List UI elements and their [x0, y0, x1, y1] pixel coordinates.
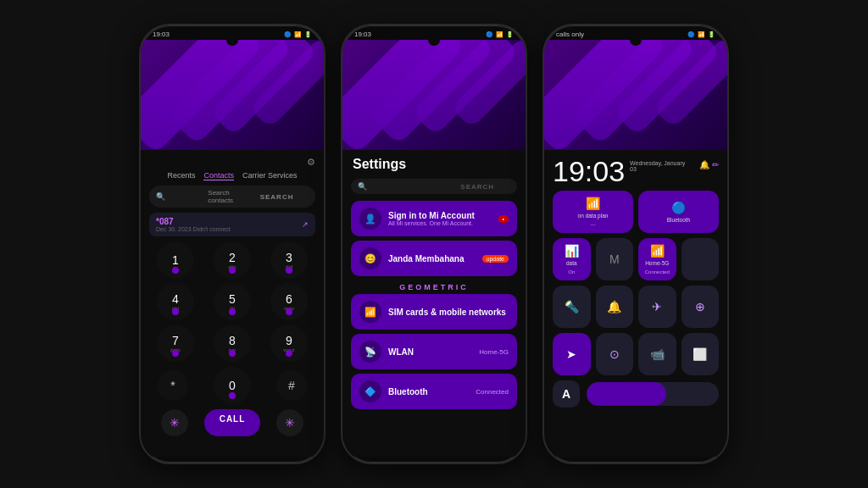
janda-badge: update: [482, 255, 509, 263]
mi-account-icon: 👤: [359, 208, 381, 230]
recent-call-item[interactable]: *087 Dec 30, 2023 Didn't connect ↗: [149, 213, 315, 236]
bt-label: Bluetooth: [667, 217, 690, 224]
wlan-text: WLAN: [388, 347, 414, 357]
sim-title: SIM cards & mobile networks: [388, 308, 506, 317]
phone-control-center: calls only 🔵📶🔋 19:03 Wednesday, January …: [542, 24, 729, 464]
gear-row: ⚙: [149, 157, 315, 168]
dial-2[interactable]: 2abc: [214, 241, 251, 279]
edit-icon[interactable]: ✏: [712, 160, 719, 169]
cc-tile-camera[interactable]: 📹: [638, 333, 676, 375]
cc-row1: 📶 on data plan — 🔵 Bluetooth: [553, 191, 719, 233]
settings-search-icon: 🔍: [358, 182, 408, 191]
tab-recents[interactable]: Recents: [167, 171, 195, 180]
dial-extras-row: ✳ CALL ✳: [149, 404, 315, 436]
status-time-1: 19:03: [153, 30, 170, 38]
cc-tile-focus[interactable]: ⊙: [596, 333, 634, 375]
contact-search-bar[interactable]: 🔍 Search contacts SEARCH: [149, 186, 315, 208]
settings-divider: GEOMETRIC: [351, 280, 517, 294]
tab-contacts[interactable]: Contacts: [203, 171, 234, 180]
tab-carrier[interactable]: Carrier Services: [242, 171, 298, 180]
phone-settings: 19:03 🔵📶🔋 Settings 🔍 SEARCH 👤 Sign in: [341, 24, 527, 464]
settings-title: Settings: [351, 157, 517, 172]
dial-3[interactable]: 3def: [270, 241, 308, 279]
gear-icon[interactable]: ⚙: [307, 157, 315, 168]
dial-8[interactable]: 8tuv: [214, 324, 251, 362]
cc-clock: 19:03: [553, 157, 625, 186]
control-center-body: 19:03 Wednesday, January 03 🔔 ✏ 📶 on dat…: [544, 150, 727, 457]
expand-icon: ⬜: [693, 347, 707, 361]
settings-bluetooth[interactable]: 🔷 Bluetooth Connected: [351, 374, 517, 409]
janda-text: Janda Membahana: [388, 254, 464, 263]
phone-dialer: 19:03 🔵📶🔋 ⚙ Recents Contacts Carrier Ser…: [139, 24, 326, 464]
settings-mi-account[interactable]: 👤 Sign in to Mi Account All Mi services.…: [351, 201, 517, 236]
dialer-body: ⚙ Recents Contacts Carrier Services 🔍 Se…: [141, 150, 324, 457]
cc-tile-data-plan[interactable]: 📶 on data plan —: [553, 191, 633, 233]
cc-date: 03: [630, 166, 685, 172]
dial-9[interactable]: 9wxyz: [270, 324, 308, 362]
settings-wlan[interactable]: 📡 WLAN Home-5G: [351, 334, 517, 369]
dialpad-grid: 1 2abc 3def 4ghi 5jkl 6mno 7pqrs 8tuv 9w…: [149, 241, 315, 362]
wlan-icon: 📡: [359, 341, 381, 363]
cc-bottom-row: A: [553, 380, 719, 408]
notch: [226, 34, 238, 46]
dial-7[interactable]: 7pqrs: [157, 324, 194, 362]
bluetooth-text: Bluetooth: [388, 387, 428, 396]
dial-1[interactable]: 1: [157, 241, 194, 279]
data-icon: 📊: [565, 244, 579, 258]
settings-janda[interactable]: 😊 Janda Membahana update: [351, 241, 517, 276]
notification-icon[interactable]: 🔔: [699, 160, 709, 169]
data-label: data: [566, 260, 577, 267]
dial-4[interactable]: 4ghi: [157, 283, 194, 320]
cc-tile-dnd[interactable]: ⊕: [682, 286, 720, 328]
cc-row4: ➤ ⊙ 📹 ⬜: [553, 333, 719, 375]
dial-6[interactable]: 6mno: [270, 283, 308, 320]
data-sub: On: [568, 269, 575, 274]
focus-icon: ⊙: [609, 347, 620, 361]
font-label: A: [562, 387, 570, 401]
settings-sim[interactable]: 📶 SIM cards & mobile networks: [351, 294, 517, 330]
slider-fill: [587, 382, 666, 406]
cc-brightness-slider[interactable]: [587, 382, 719, 406]
cc-tile-location[interactable]: ➤: [553, 333, 591, 375]
flashlight-icon: 🔦: [565, 300, 579, 313]
bluetooth-value: Connected: [476, 388, 509, 396]
cc-tile-expand[interactable]: ⬜: [682, 333, 720, 375]
extras-btn-left[interactable]: ✳: [161, 409, 188, 436]
status-icons-3: 🔵📶🔋: [687, 31, 715, 38]
sim-text: SIM cards & mobile networks: [388, 308, 506, 317]
wlan-value: Home-5G: [479, 348, 509, 356]
call-icon: ↗: [302, 220, 309, 229]
mi-account-sub: All Mi services. One Mi Account.: [388, 220, 475, 226]
settings-search-label: SEARCH: [460, 183, 510, 191]
wlan-title: WLAN: [388, 347, 414, 357]
cc-font-btn[interactable]: A: [553, 380, 580, 408]
cc-tile-m[interactable]: M: [596, 238, 634, 280]
bluetooth-icon: 🔷: [359, 380, 381, 402]
cc-tile-bell[interactable]: 🔔: [596, 286, 634, 328]
hero-bg-2: [342, 40, 526, 150]
notch-3: [630, 34, 642, 46]
dial-bottom-row: * 0 #: [149, 367, 315, 404]
cc-tile-bluetooth[interactable]: 🔵 Bluetooth: [638, 191, 719, 233]
notch-2: [428, 34, 440, 46]
bluetooth-title: Bluetooth: [388, 387, 428, 396]
cc-tile-empty1: [682, 238, 720, 280]
cc-tile-data[interactable]: 📊 data On: [553, 238, 591, 280]
mi-account-title: Sign in to Mi Account: [388, 211, 475, 220]
dial-5[interactable]: 5jkl: [214, 283, 251, 320]
cc-day: Wednesday, January: [630, 160, 685, 166]
dial-0[interactable]: 0: [214, 367, 251, 404]
dial-star[interactable]: *: [158, 370, 188, 401]
scene: 19:03 🔵📶🔋 ⚙ Recents Contacts Carrier Ser…: [0, 0, 868, 488]
airplane-icon: ✈: [652, 300, 662, 313]
status-icons-2: 🔵📶🔋: [486, 31, 514, 38]
cc-tile-wifi[interactable]: 📶 Home-5G Connected: [638, 238, 676, 280]
cc-date-info: Wednesday, January 03: [630, 157, 685, 172]
dial-hash[interactable]: #: [276, 370, 307, 401]
cc-tile-airplane[interactable]: ✈: [638, 286, 676, 328]
cc-tile-flashlight[interactable]: 🔦: [553, 286, 591, 328]
settings-search-bar[interactable]: 🔍 SEARCH: [351, 179, 517, 194]
data-plan-label: on data plan: [578, 213, 609, 219]
call-button[interactable]: CALL: [204, 409, 261, 436]
extras-btn-right[interactable]: ✳: [276, 409, 303, 436]
